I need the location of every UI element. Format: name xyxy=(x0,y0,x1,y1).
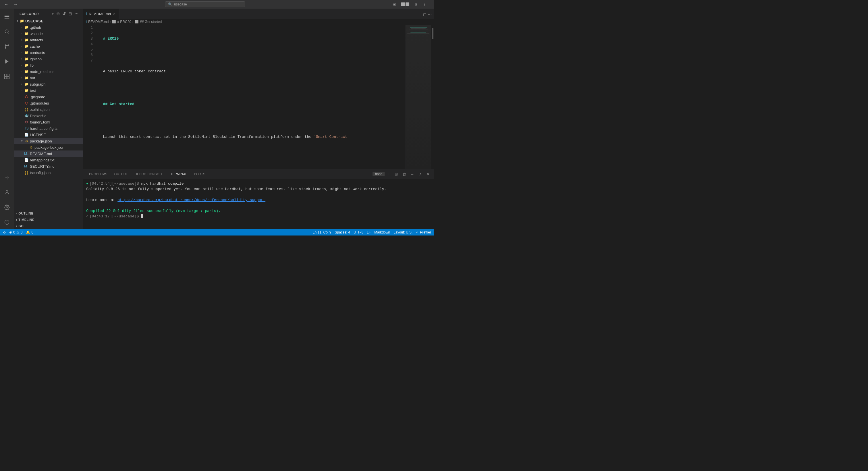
layout-toggle-1[interactable]: ▣ xyxy=(391,2,397,7)
foundry-label: foundry.toml xyxy=(30,120,50,124)
editor-scrollbar[interactable] xyxy=(431,25,434,169)
terminal[interactable]: ● [04:42:54][~/usecase]$ npx hardhat com… xyxy=(83,179,434,229)
sidebar-item-readme[interactable]: M↓ README.md xyxy=(14,151,83,157)
status-layout[interactable]: Layout: U.S. xyxy=(394,230,412,234)
timeline-section[interactable]: › TIMELINE xyxy=(14,217,83,223)
status-remote[interactable]: ⊹ xyxy=(3,230,6,234)
sidebar-item-security[interactable]: M↓ SECURITY.md xyxy=(14,163,83,169)
terminal-line-1: ● [04:42:54][~/usecase]$ npx hardhat com… xyxy=(86,181,431,186)
sidebar-item-license[interactable]: 📄 LICENSE xyxy=(14,131,83,138)
new-folder-icon[interactable]: ⊕ xyxy=(56,11,61,17)
layout-toggle-4[interactable]: ⋮⋮ xyxy=(421,2,431,7)
panel-tab-debug-console[interactable]: DEBUG CONSOLE xyxy=(131,169,167,179)
status-cursor-pos[interactable]: Ln 11, Col 9 xyxy=(313,230,332,234)
warning-activity-icon[interactable] xyxy=(0,215,14,229)
collapse-all-icon[interactable]: ⊟ xyxy=(68,11,73,17)
terminal-split-button[interactable]: ⊟ xyxy=(393,171,399,177)
status-encoding[interactable]: UTF-8 xyxy=(353,230,363,234)
sidebar-item-gitmodules[interactable]: ⬡ .gitmodules xyxy=(14,100,83,106)
account-activity-icon[interactable] xyxy=(0,186,14,199)
status-notifications[interactable]: 🔔 0 xyxy=(26,230,33,234)
extensions-activity-icon[interactable] xyxy=(0,69,14,83)
panel-close-button[interactable]: ✕ xyxy=(425,171,431,177)
breadcrumb-h2[interactable]: ## Get started xyxy=(140,20,162,24)
sidebar-item-github[interactable]: › 📁 .github xyxy=(14,24,83,30)
lib-folder-icon: 📁 xyxy=(24,63,29,67)
nav-back-button[interactable]: ← xyxy=(3,1,10,7)
sidebar-item-lib[interactable]: › 📁 lib xyxy=(14,62,83,68)
term-url[interactable]: https://hardhat.org/hardhat-runner/docs/… xyxy=(118,197,266,203)
sidebar-item-contracts[interactable]: › 📁 contracts xyxy=(14,50,83,56)
editor-scroll[interactable]: 1 2 3 4 5 6 7 # ERC20 A basic ERC20 toke… xyxy=(83,25,405,169)
editor-code[interactable]: # ERC20 A basic ERC20 token contract. ##… xyxy=(96,25,405,169)
outline-arrow: › xyxy=(16,212,17,215)
sidebar-item-gitignore[interactable]: ⬡ .gitignore xyxy=(14,94,83,100)
layout-toggle-2[interactable]: ⬜⬜ xyxy=(400,2,411,7)
tab-readme[interactable]: ℹ README.md ✕ xyxy=(83,9,119,19)
sidebar-item-solhint[interactable]: { } .solhint.json xyxy=(14,106,83,113)
go-section[interactable]: › GO xyxy=(14,223,83,229)
sidebar-item-subgraph[interactable]: › 📁 subgraph xyxy=(14,81,83,87)
breadcrumb-sep-1: › xyxy=(110,20,111,24)
bash-label: bash xyxy=(373,172,384,176)
sidebar-item-remappings[interactable]: 📄 remappings.txt xyxy=(14,157,83,163)
sidebar-item-package-json[interactable]: ▾ ⊙ package.json xyxy=(14,138,83,144)
panel-maximize-button[interactable]: ∧ xyxy=(417,171,423,177)
editor-more-icon[interactable]: ⋯ xyxy=(428,12,432,19)
breadcrumb-icon: ℹ xyxy=(86,20,87,24)
sidebar-item-vscode[interactable]: › 📁 .vscode xyxy=(14,30,83,37)
sidebar-item-out[interactable]: › 📁 out xyxy=(14,75,83,81)
editor-layout-icon[interactable]: ⊟ xyxy=(423,12,427,19)
remote-activity-icon[interactable]: ⊹ xyxy=(0,170,14,184)
term-prompt-1: [04:42:54][~/usecase]$ xyxy=(90,181,141,186)
term-active-dot: ● xyxy=(86,181,89,186)
sidebar-item-test[interactable]: › 📁 test xyxy=(14,87,83,94)
sidebar-item-foundry[interactable]: ⚙ foundry.toml xyxy=(14,119,83,125)
status-language[interactable]: Markdown xyxy=(374,230,390,234)
new-terminal-button[interactable]: + xyxy=(386,171,392,177)
explorer-activity-icon[interactable] xyxy=(0,10,13,24)
sidebar-item-cache[interactable]: › 📁 cache xyxy=(14,43,83,50)
remote-status-icon: ⊹ xyxy=(3,230,6,234)
refresh-icon[interactable]: ↺ xyxy=(62,11,67,17)
eol-text: LF xyxy=(367,230,371,234)
sidebar-item-dockerfile[interactable]: 🐳 Dockerfile xyxy=(14,113,83,119)
terminal-kill-button[interactable]: 🗑 xyxy=(401,171,408,177)
node-modules-arrow: › xyxy=(20,69,24,74)
more-actions-icon[interactable]: ⋯ xyxy=(74,11,79,17)
terminal-more-button[interactable]: ⋯ xyxy=(409,171,416,177)
status-prettier[interactable]: ✓ Prettier xyxy=(416,230,431,234)
sidebar-item-package-lock[interactable]: ⊙ package-lock.json xyxy=(14,144,83,151)
run-activity-icon[interactable] xyxy=(0,55,14,68)
status-errors[interactable]: ⊗ 0 ⚠ 0 xyxy=(9,230,22,234)
nav-forward-button[interactable]: → xyxy=(12,1,19,7)
breadcrumb-h1[interactable]: # ERC20 xyxy=(117,20,131,24)
status-eol[interactable]: LF xyxy=(367,230,371,234)
sidebar-item-hardhat[interactable]: TS hardhat.config.ts xyxy=(14,125,83,131)
panel-tab-terminal[interactable]: TERMINAL xyxy=(167,169,190,179)
settings-activity-icon[interactable] xyxy=(0,200,14,214)
panel-tab-problems[interactable]: PROBLEMS xyxy=(86,169,111,179)
sidebar-item-tsconfig[interactable]: { } tsconfig.json xyxy=(14,169,83,176)
github-arrow: › xyxy=(20,25,24,30)
sidebar-item-ignition[interactable]: › 📁 ignition xyxy=(14,56,83,62)
panel-tab-output[interactable]: OUTPUT xyxy=(111,169,131,179)
status-spaces[interactable]: Spaces: 4 xyxy=(335,230,350,234)
layout-toggle-3[interactable]: ⊞ xyxy=(413,2,419,7)
source-control-activity-icon[interactable] xyxy=(0,40,14,54)
tab-readme-close[interactable]: ✕ xyxy=(113,12,116,15)
breadcrumb-file[interactable]: README.md xyxy=(88,20,108,24)
artifacts-folder-icon: 📁 xyxy=(24,38,29,42)
code-line-3: A basic ERC20 token contract. xyxy=(98,69,405,74)
prettier-text: Prettier xyxy=(420,230,431,234)
terminal-line-3 xyxy=(86,192,431,197)
title-bar-search[interactable]: 🔍 usecase xyxy=(165,1,245,7)
panel-tab-ports[interactable]: PORTS xyxy=(191,169,209,179)
outline-section[interactable]: › OUTLINE xyxy=(14,210,83,217)
new-file-icon[interactable]: + xyxy=(51,11,55,17)
sidebar-item-artifacts[interactable]: › 📁 artifacts xyxy=(14,37,83,43)
root-folder-item[interactable]: ▾ 📁 USECASE xyxy=(14,18,83,24)
search-activity-icon[interactable] xyxy=(0,25,14,38)
go-label: GO xyxy=(19,224,24,228)
sidebar-item-node-modules[interactable]: › 📁 node_modules xyxy=(14,68,83,75)
